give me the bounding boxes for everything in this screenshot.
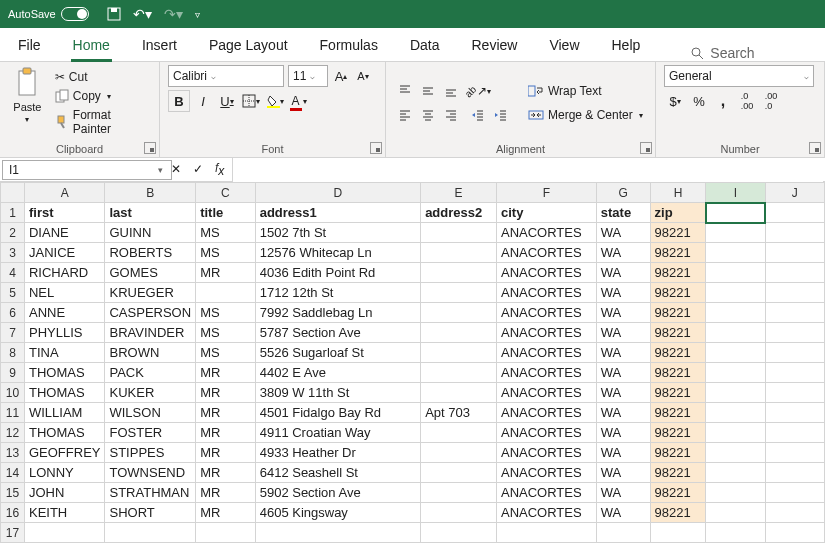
cell[interactable]: WA — [596, 263, 650, 283]
cell[interactable]: 98221 — [650, 443, 706, 463]
cell[interactable]: 98221 — [650, 483, 706, 503]
cell[interactable]: 4933 Heather Dr — [255, 443, 420, 463]
header-cell[interactable]: address2 — [421, 203, 497, 223]
col-header-C[interactable]: C — [196, 183, 256, 203]
percent-format-button[interactable]: % — [688, 90, 710, 112]
cell[interactable] — [706, 323, 765, 343]
cell-I1[interactable] — [706, 203, 765, 223]
decrease-decimal-button[interactable]: .00.0 — [760, 90, 782, 112]
autosave-toggle[interactable]: AutoSave — [8, 7, 89, 21]
cell[interactable]: 98221 — [650, 383, 706, 403]
cell[interactable]: STIPPES — [105, 443, 196, 463]
cell[interactable]: MS — [196, 343, 256, 363]
col-header-J[interactable]: J — [765, 183, 824, 203]
cell[interactable]: THOMAS — [24, 363, 105, 383]
col-header-F[interactable]: F — [496, 183, 596, 203]
cell[interactable]: MR — [196, 403, 256, 423]
cell[interactable]: SHORT — [105, 503, 196, 523]
cell[interactable] — [765, 323, 824, 343]
row-header-12[interactable]: 12 — [1, 423, 25, 443]
col-header-E[interactable]: E — [421, 183, 497, 203]
cell[interactable]: MS — [196, 243, 256, 263]
cell[interactable] — [765, 423, 824, 443]
orientation-button[interactable]: ab↗▾ — [467, 80, 489, 102]
cell[interactable]: 4605 Kingsway — [255, 503, 420, 523]
cell[interactable]: TINA — [24, 343, 105, 363]
tab-help[interactable]: Help — [610, 31, 643, 61]
cell[interactable]: CASPERSON — [105, 303, 196, 323]
cell[interactable]: MS — [196, 323, 256, 343]
tab-page-layout[interactable]: Page Layout — [207, 31, 290, 61]
cell[interactable]: ROBERTS — [105, 243, 196, 263]
header-cell[interactable]: first — [24, 203, 105, 223]
tab-home[interactable]: Home — [71, 31, 112, 61]
cell[interactable]: WA — [596, 223, 650, 243]
wrap-text-button[interactable]: Wrap Text — [524, 82, 647, 100]
cell[interactable]: ANACORTES — [496, 343, 596, 363]
fill-color-button[interactable]: ▾ — [264, 90, 286, 112]
cell[interactable]: WA — [596, 323, 650, 343]
cell[interactable]: ANACORTES — [496, 363, 596, 383]
cell[interactable]: MR — [196, 463, 256, 483]
cell[interactable]: WA — [596, 463, 650, 483]
row-header-1[interactable]: 1 — [1, 203, 25, 223]
cell[interactable]: WA — [596, 403, 650, 423]
row-header-2[interactable]: 2 — [1, 223, 25, 243]
cell[interactable]: 3809 W 11th St — [255, 383, 420, 403]
cell[interactable] — [421, 263, 497, 283]
cell[interactable]: ANACORTES — [496, 423, 596, 443]
cell[interactable]: ANACORTES — [496, 383, 596, 403]
cell[interactable]: 4501 Fidalgo Bay Rd — [255, 403, 420, 423]
font-dialog-launcher[interactable] — [370, 142, 382, 154]
align-middle-button[interactable] — [417, 80, 439, 102]
worksheet-grid[interactable]: ABCDEFGHIJ1firstlasttitleaddress1address… — [0, 182, 825, 552]
cell[interactable] — [706, 363, 765, 383]
row-header-10[interactable]: 10 — [1, 383, 25, 403]
cell[interactable]: MR — [196, 423, 256, 443]
cell[interactable]: MR — [196, 363, 256, 383]
cell[interactable]: 98221 — [650, 323, 706, 343]
paste-button[interactable]: Paste ▾ — [8, 65, 47, 141]
cell[interactable] — [765, 443, 824, 463]
align-center-button[interactable] — [417, 104, 439, 126]
cell[interactable]: ANACORTES — [496, 443, 596, 463]
cell[interactable]: WA — [596, 483, 650, 503]
toggle-switch[interactable] — [61, 7, 89, 21]
cell[interactable] — [765, 223, 824, 243]
tab-insert[interactable]: Insert — [140, 31, 179, 61]
cell[interactable]: 5902 Section Ave — [255, 483, 420, 503]
cell[interactable]: WA — [596, 243, 650, 263]
number-dialog-launcher[interactable] — [809, 142, 821, 154]
copy-button[interactable]: Copy▾ — [53, 88, 151, 104]
col-header-D[interactable]: D — [255, 183, 420, 203]
row-header-13[interactable]: 13 — [1, 443, 25, 463]
increase-indent-button[interactable] — [490, 104, 512, 126]
cell[interactable]: WA — [596, 303, 650, 323]
formula-bar[interactable] — [232, 158, 823, 182]
cell[interactable]: MR — [196, 443, 256, 463]
enter-formula-icon[interactable]: ✓ — [193, 162, 203, 176]
cell[interactable]: 98221 — [650, 283, 706, 303]
cell[interactable]: ANACORTES — [496, 283, 596, 303]
cell[interactable]: ANACORTES — [496, 223, 596, 243]
cell[interactable]: 98221 — [650, 243, 706, 263]
col-header-G[interactable]: G — [596, 183, 650, 203]
cell[interactable]: MR — [196, 263, 256, 283]
col-header-A[interactable]: A — [24, 183, 105, 203]
redo-icon[interactable]: ↷▾ — [164, 6, 183, 22]
cell[interactable]: 4911 Croatian Way — [255, 423, 420, 443]
header-cell[interactable]: state — [596, 203, 650, 223]
cell[interactable] — [765, 283, 824, 303]
italic-button[interactable]: I — [192, 90, 214, 112]
cell[interactable]: TOWNSEND — [105, 463, 196, 483]
qat-dropdown-icon[interactable]: ▿ — [195, 9, 200, 20]
save-icon[interactable] — [107, 7, 121, 21]
cell[interactable] — [421, 323, 497, 343]
cell[interactable]: 12576 Whitecap Ln — [255, 243, 420, 263]
cell[interactable] — [706, 343, 765, 363]
col-header-H[interactable]: H — [650, 183, 706, 203]
cell[interactable]: WA — [596, 283, 650, 303]
cell[interactable] — [765, 383, 824, 403]
search-box[interactable]: Search — [690, 45, 754, 61]
tab-view[interactable]: View — [547, 31, 581, 61]
